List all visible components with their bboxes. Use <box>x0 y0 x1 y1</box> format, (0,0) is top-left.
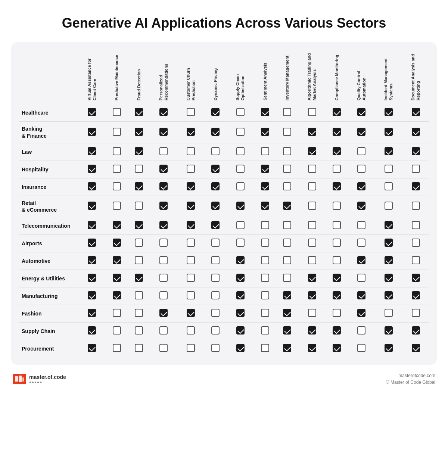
cell <box>227 143 254 161</box>
cell <box>276 305 299 323</box>
unchecked-checkbox <box>308 239 316 247</box>
cell <box>177 143 205 161</box>
checked-checkbox <box>159 165 168 173</box>
svg-rect-2 <box>22 377 24 382</box>
cell <box>375 178 402 196</box>
cell <box>128 196 150 217</box>
unchecked-checkbox <box>135 239 143 247</box>
cell <box>348 161 375 178</box>
cell <box>150 287 177 305</box>
unchecked-checkbox <box>211 239 220 247</box>
cell <box>348 217 375 235</box>
unchecked-checkbox <box>333 202 341 210</box>
unchecked-checkbox <box>308 256 316 264</box>
cell <box>78 270 106 287</box>
unchecked-checkbox <box>412 309 420 317</box>
unchecked-checkbox <box>159 274 168 282</box>
cell <box>150 196 177 217</box>
cell <box>227 196 254 217</box>
unchecked-checkbox <box>333 256 341 264</box>
cell <box>227 217 254 235</box>
cell <box>227 104 254 122</box>
table-row: Banking & Finance <box>19 122 429 143</box>
sector-label: Insurance <box>19 178 78 196</box>
checked-checkbox <box>357 108 365 116</box>
checked-checkbox <box>236 291 245 299</box>
unchecked-checkbox <box>333 165 341 173</box>
checked-checkbox <box>236 309 245 317</box>
cell <box>348 270 375 287</box>
cell <box>106 270 128 287</box>
cell <box>348 235 375 252</box>
cell <box>348 122 375 143</box>
cell <box>402 143 429 161</box>
cell <box>106 235 128 252</box>
column-header: Algorithmic Trading and Market Analysis <box>298 50 326 104</box>
cell <box>177 178 205 196</box>
unchecked-checkbox <box>357 274 365 282</box>
sector-label: Hospitality <box>19 161 78 178</box>
checked-checkbox <box>211 202 220 210</box>
cell <box>128 178 150 196</box>
cell <box>402 270 429 287</box>
checked-checkbox <box>236 202 245 210</box>
column-header: Personalized Recommendations <box>150 50 177 104</box>
sector-label: Retail & eCommerce <box>19 196 78 217</box>
checked-checkbox <box>412 108 420 116</box>
checked-checkbox <box>412 326 420 335</box>
unchecked-checkbox <box>412 221 420 229</box>
unchecked-checkbox <box>261 256 269 264</box>
cell <box>375 323 402 340</box>
checked-checkbox <box>159 182 168 190</box>
unchecked-checkbox <box>357 221 365 229</box>
unchecked-checkbox <box>113 202 121 210</box>
cell <box>177 323 205 340</box>
unchecked-checkbox <box>261 147 269 155</box>
cell <box>177 252 205 270</box>
unchecked-checkbox <box>113 182 121 190</box>
cell <box>375 340 402 358</box>
cell <box>402 104 429 122</box>
checked-checkbox <box>333 128 341 136</box>
logo: master.of.code ●●●●● <box>13 374 66 384</box>
checked-checkbox <box>159 108 168 116</box>
cell <box>298 161 326 178</box>
unchecked-checkbox <box>385 165 393 173</box>
table-row: Supply Chain <box>19 323 429 340</box>
cell <box>150 161 177 178</box>
unchecked-checkbox <box>211 326 220 335</box>
sector-label: Fashion <box>19 305 78 323</box>
cell <box>326 104 348 122</box>
table-row: Insurance <box>19 178 429 196</box>
checked-checkbox <box>261 128 269 136</box>
cell <box>227 323 254 340</box>
svg-rect-0 <box>15 376 18 382</box>
checked-checkbox <box>412 182 420 190</box>
unchecked-checkbox <box>308 221 316 229</box>
checked-checkbox <box>283 309 291 317</box>
cell <box>402 252 429 270</box>
checked-checkbox <box>211 128 220 136</box>
cell <box>106 305 128 323</box>
cell <box>402 340 429 358</box>
unchecked-checkbox <box>357 147 365 155</box>
cell <box>348 196 375 217</box>
checked-checkbox <box>412 128 420 136</box>
unchecked-checkbox <box>187 291 195 299</box>
column-header: Inventory Management <box>276 50 299 104</box>
unchecked-checkbox <box>113 326 121 335</box>
unchecked-checkbox <box>113 128 121 136</box>
cell <box>276 122 299 143</box>
unchecked-checkbox <box>159 256 168 264</box>
cell <box>227 270 254 287</box>
cell <box>375 252 402 270</box>
sector-label: Law <box>19 143 78 161</box>
cell <box>254 161 276 178</box>
cell <box>128 122 150 143</box>
unchecked-checkbox <box>412 256 420 264</box>
unchecked-checkbox <box>385 309 393 317</box>
cell <box>326 270 348 287</box>
cell <box>227 161 254 178</box>
unchecked-checkbox <box>236 128 245 136</box>
checked-checkbox <box>159 202 168 210</box>
